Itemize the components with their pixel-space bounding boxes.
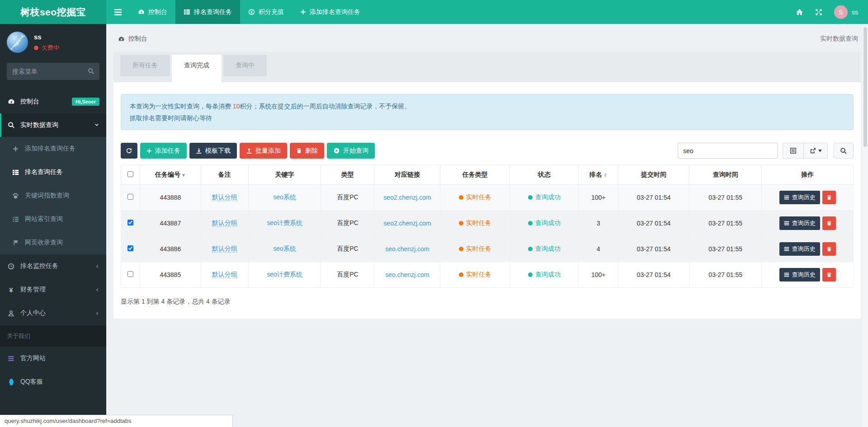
list-icon [784, 246, 789, 252]
refresh-icon [126, 147, 132, 154]
target-link[interactable]: seo2.chenzj.com [383, 220, 431, 227]
sidebar-item-add-rank-task[interactable]: 添加排名查询任务 [0, 137, 106, 160]
tasks-table: 任务编号▼ 备注 关键字 类型 对应链接 任务类型 状态 排名▲▼ 提交时间 查… [121, 165, 854, 288]
sidebar-item-rank-query-tasks[interactable]: 排名查询任务 [0, 160, 106, 184]
col-rank[interactable]: 排名▲▼ [579, 165, 618, 185]
status-dot [34, 46, 38, 50]
batch-add-button[interactable]: 批量添加 [240, 143, 287, 159]
task-type-dot [459, 272, 463, 277]
delete-row-button[interactable] [822, 216, 836, 230]
chevron-left-icon [94, 311, 99, 316]
group-link[interactable]: 默认分组 [212, 193, 237, 201]
flag-icon [11, 239, 20, 246]
list-icon [7, 355, 15, 362]
sidebar-item-realtime-query[interactable]: 实时数据查询 [0, 113, 106, 137]
breadcrumb[interactable]: 控制台 [118, 35, 147, 43]
list-icon [784, 195, 789, 200]
sidebar-item-official-site[interactable]: 官方网站 [0, 347, 106, 370]
sidebar-item-finance[interactable]: ¥ 财务管理 [0, 278, 106, 301]
fullscreen-button[interactable] [815, 9, 822, 16]
tab-all-tasks[interactable]: 所有任务 [120, 55, 170, 76]
delete-button[interactable]: 删除 [290, 143, 324, 159]
task-type-dot [459, 195, 463, 200]
history-button[interactable]: 查询历史 [779, 268, 820, 282]
menu-search-input[interactable] [7, 63, 99, 80]
yen-icon: ¥ [7, 286, 15, 294]
history-button[interactable]: 查询历史 [779, 191, 820, 204]
nav-item-add-task[interactable]: 添加排名查询任务 [292, 0, 368, 24]
table-row: 443887 默认分组 seo计费系统 百度PC seo2.chenzj.com… [121, 211, 854, 236]
user-icon [7, 310, 15, 317]
target-link[interactable]: seo2.chenzj.com [383, 194, 431, 201]
chevron-left-icon [94, 287, 99, 292]
status-url-bar: query.shuzhikj.com/user/dashboard?ref=ad… [0, 415, 233, 427]
refresh-button[interactable] [121, 143, 137, 159]
tab-query-done[interactable]: 查询完成 [172, 55, 222, 82]
search-button[interactable] [834, 143, 854, 159]
toggle-view-button[interactable] [783, 143, 804, 159]
keyword-link[interactable]: seo系统 [273, 193, 296, 201]
sidebar-item-dashboard[interactable]: 控制台 Hi,Seoer [0, 90, 106, 113]
target-link[interactable]: seo.chenzj.com [385, 245, 429, 253]
sidebar: ss 欠费中 控制台 Hi,Seoer 实时数据查询 [0, 24, 106, 427]
sidebar-item-keyword-index[interactable]: 关键词指数查询 [0, 184, 106, 207]
group-link[interactable]: 默认分组 [212, 245, 237, 253]
home-button[interactable] [796, 9, 803, 16]
top-navbar: 树枝seo挖掘宝 控制台 排名查询任务 积分充值 添加排名查询任务 [0, 0, 868, 24]
table-icon [11, 169, 20, 176]
table-icon [184, 9, 190, 15]
table-row: 443885 默认分组 seo计费系统 百度PC seo.chenzj.com … [121, 262, 854, 288]
status-dot [528, 272, 533, 277]
username-label: ss [852, 9, 858, 16]
task-type-dot [459, 221, 463, 225]
group-link[interactable]: 默认分组 [212, 219, 237, 227]
search-icon [88, 68, 94, 75]
sort-desc-icon: ▼ [181, 173, 186, 178]
start-query-button[interactable]: 开始查询 [327, 143, 375, 159]
table-search-input[interactable] [678, 143, 778, 159]
list-icon [784, 221, 789, 226]
template-download-button[interactable]: 模板下载 [189, 143, 237, 159]
delete-row-button[interactable] [822, 268, 836, 282]
trash-icon [826, 246, 832, 252]
nav-label-add-task: 添加排名查询任务 [310, 8, 360, 16]
export-button[interactable] [803, 143, 828, 159]
tab-query-running[interactable]: 查询中 [223, 55, 267, 76]
select-all-checkbox[interactable] [127, 171, 133, 177]
delete-row-button[interactable] [822, 191, 836, 204]
col-status: 状态 [510, 165, 579, 185]
col-link: 对应链接 [374, 165, 440, 185]
user-menu[interactable]: S ss [834, 5, 858, 19]
search-icon [7, 122, 15, 129]
sidebar-toggle-button[interactable] [106, 0, 130, 24]
add-task-button[interactable]: 添加任务 [140, 143, 187, 159]
sidebar-item-profile[interactable]: 个人中心 [0, 301, 106, 325]
avatar: S [834, 5, 848, 19]
keyword-link[interactable]: seo系统 [273, 245, 296, 252]
delete-row-button[interactable] [822, 242, 836, 256]
history-button[interactable]: 查询历史 [779, 216, 820, 230]
greeting-badge: Hi,Seoer [72, 98, 99, 106]
sidebar-item-site-index[interactable]: 网站索引查询 [0, 207, 106, 231]
keyword-link[interactable]: seo计费系统 [267, 271, 302, 278]
sidebar-item-page-inclusion[interactable]: 网页收录查询 [0, 231, 106, 254]
history-button[interactable]: 查询历史 [779, 242, 820, 256]
app-logo[interactable]: 树枝seo挖掘宝 [0, 0, 106, 24]
sidebar-item-rank-monitor[interactable]: 排名监控任务 [0, 254, 106, 278]
target-link[interactable]: seo.chenzj.com [385, 271, 429, 278]
sidebar-item-qq-support[interactable]: QQ客服 [0, 370, 106, 394]
nav-item-console[interactable]: 控制台 [130, 0, 175, 24]
download-icon [196, 148, 202, 154]
row-checkbox[interactable] [127, 245, 133, 251]
scrollbar-thumb[interactable] [863, 27, 867, 147]
row-checkbox[interactable] [127, 220, 133, 225]
row-checkbox[interactable] [127, 271, 133, 277]
page-scrollbar [863, 24, 868, 427]
col-task-id[interactable]: 任务编号▼ [140, 165, 201, 185]
nav-item-rank-tasks[interactable]: 排名查询任务 [175, 0, 240, 24]
nav-item-credits[interactable]: 积分充值 [240, 0, 292, 24]
coin-icon [248, 9, 255, 15]
group-link[interactable]: 默认分组 [212, 271, 237, 278]
keyword-link[interactable]: seo计费系统 [267, 219, 302, 226]
row-checkbox[interactable] [127, 194, 133, 200]
